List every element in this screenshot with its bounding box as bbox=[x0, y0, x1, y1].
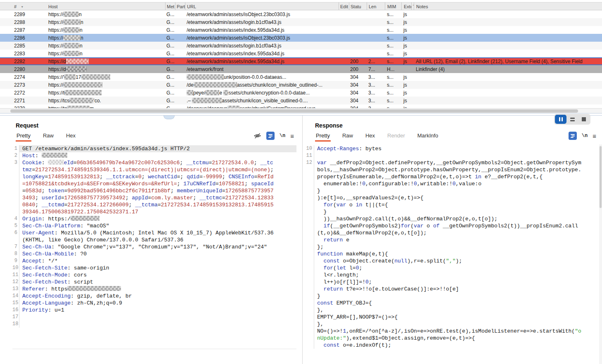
line-number bbox=[304, 321, 314, 328]
layout-rows-button[interactable] bbox=[566, 115, 578, 124]
code-line: 4Origin: https:/ bbox=[12, 215, 296, 222]
table-row-2288[interactable]: 2288https://nG.../eteamwork/admin/assets… bbox=[0, 18, 602, 26]
cell-id: 2289 bbox=[0, 10, 45, 18]
cell-id: 2288 bbox=[0, 18, 45, 26]
line-number: 5 bbox=[12, 222, 19, 229]
response-tab-pretty[interactable]: Pretty bbox=[315, 130, 331, 142]
request-editor[interactable]: 1GET /eteamwork/admin/assets/index.595da… bbox=[12, 145, 296, 349]
cell-len: 3... bbox=[367, 97, 385, 104]
col-header-host[interactable]: Host bbox=[45, 2, 165, 10]
line-content: } bbox=[314, 293, 599, 300]
table-row-2285[interactable]: 2285https://nG.../eteamwork/admin/assets… bbox=[0, 42, 602, 50]
code-line: 9Accept: */* bbox=[12, 258, 296, 265]
table-row-2283[interactable]: 2283https://nG.../eteamwork/admin/assets… bbox=[0, 50, 602, 57]
table-row-2287[interactable]: 2287https://nG.../eteamwork/admin/assets… bbox=[0, 26, 602, 34]
response-tab-hex[interactable]: Hex bbox=[365, 130, 376, 142]
response-tab-render[interactable]: Render bbox=[386, 130, 406, 142]
col-header-part[interactable]: Part bbox=[175, 2, 185, 10]
response-tab-markinfo[interactable]: MarkInfo bbox=[417, 130, 439, 142]
pretty-print-icon[interactable] bbox=[266, 132, 275, 140]
response-editor[interactable]: 10Accept-Ranges: bytes11 12var __defProp… bbox=[304, 145, 599, 362]
table-row-2272[interactable]: 2272https://tG...peye/e ssets/chunk/encr… bbox=[0, 89, 602, 97]
line-number bbox=[304, 201, 314, 208]
cell-edit bbox=[339, 97, 349, 104]
response-scrollbar-thumb[interactable] bbox=[600, 146, 602, 208]
code-line: if(__getOwnPropSymbols2)for(var o of __g… bbox=[304, 222, 599, 236]
response-toolbar: \n ≡ bbox=[569, 132, 596, 140]
col-header-id[interactable]: #▼ bbox=[0, 2, 45, 10]
layout-single-button[interactable] bbox=[578, 115, 590, 124]
line-content: l<r.length; bbox=[314, 272, 599, 279]
cell-edit bbox=[339, 58, 349, 64]
scrollbar-thumb[interactable] bbox=[10, 109, 578, 113]
col-header-notes[interactable]: Notes bbox=[414, 2, 602, 10]
table-row-2271[interactable]: 2271https://tcs'co.G....– assets/chunk/i… bbox=[0, 97, 602, 104]
cell-status bbox=[349, 26, 367, 34]
line-wrap-icon[interactable]: \n bbox=[280, 133, 285, 139]
cell-id: 2286 bbox=[0, 34, 45, 42]
code-line: } bbox=[304, 208, 599, 215]
cell-met: G... bbox=[165, 34, 175, 42]
request-tab-hex[interactable]: Hex bbox=[65, 130, 76, 142]
line-wrap-icon[interactable]: \n bbox=[582, 133, 588, 139]
col-header-mime[interactable]: MIM bbox=[385, 2, 401, 10]
line-number bbox=[304, 194, 314, 201]
line-content: }, bbox=[314, 307, 599, 314]
cell-notes bbox=[414, 34, 602, 42]
cell-host: https://'17 bbox=[45, 73, 165, 81]
request-tabs: PrettyRawHex bbox=[16, 130, 87, 142]
cell-notes bbox=[414, 42, 602, 50]
line-content: function makeMap(e,t){ bbox=[314, 251, 599, 258]
code-line: 8Sec-Ch-Ua-Mobile: ?0 bbox=[12, 251, 296, 258]
line-content: Referer: https bbox=[19, 286, 296, 293]
line-content: return e bbox=[314, 236, 599, 243]
cell-len bbox=[367, 42, 385, 50]
col-header-met[interactable]: Met bbox=[165, 2, 175, 10]
cell-mime: s... bbox=[385, 58, 401, 64]
code-line: 10Accept-Ranges: bytes bbox=[304, 145, 599, 152]
col-header-status[interactable]: Statu bbox=[349, 2, 367, 10]
line-number: 4 bbox=[12, 215, 19, 222]
request-tab-raw[interactable]: Raw bbox=[42, 130, 55, 142]
cell-notes: Linkfinder (4) bbox=[414, 65, 602, 73]
cell-len: 3... bbox=[367, 73, 385, 81]
pretty-print-icon[interactable] bbox=[569, 132, 577, 140]
table-row-2282[interactable]: 2282https://dG.../eteamwork/admin/assets… bbox=[0, 57, 602, 65]
code-line: 1GET /eteamwork/admin/assets/index.595da… bbox=[12, 145, 296, 152]
cell-ext: js bbox=[401, 26, 411, 34]
col-header-edit[interactable]: Edit bbox=[339, 2, 349, 10]
cell-url: /eteamwork/admin/assets/index.595da34d.j… bbox=[185, 58, 339, 64]
col-header-len[interactable]: Len bbox=[367, 2, 385, 10]
cell-url: /eteamwork/front bbox=[185, 65, 339, 73]
eye-off-icon[interactable] bbox=[254, 132, 261, 139]
table-row-2274[interactable]: 2274https://'17G...unk/position-0.0.0-da… bbox=[0, 73, 602, 81]
line-content: ))__hasOwnProp2.call(t,o)&&__defNormalPr… bbox=[314, 215, 599, 222]
table-row-2286[interactable]: 2286https://nG.../eteamwork/admin/assets… bbox=[0, 34, 602, 42]
cell-met: G... bbox=[165, 58, 175, 64]
cell-url: unk/position-0.0.0-dataeas... bbox=[185, 73, 339, 81]
table-row-2270[interactable]: 2270https://tcmG.../deepeye/deepeyessets… bbox=[0, 104, 602, 108]
request-tab-pretty[interactable]: Pretty bbox=[16, 130, 31, 142]
table-horizontal-scrollbar[interactable] bbox=[0, 108, 602, 113]
editor-menu-icon[interactable]: ≡ bbox=[290, 133, 294, 139]
layout-columns-button[interactable] bbox=[555, 115, 566, 124]
code-line: 11 bbox=[304, 152, 599, 159]
request-panel: Request PrettyRawHex bbox=[0, 116, 300, 364]
table-row-2280[interactable]: 2280https://dG.../eteamwork/front2007...… bbox=[0, 65, 602, 73]
line-content: User-Agent: Mozilla/5.0 (Macintosh; Inte… bbox=[19, 229, 296, 243]
col-header-url[interactable]: URL bbox=[185, 2, 339, 10]
table-row-2289[interactable]: 2289https://nG.../eteamwork/admin/assets… bbox=[0, 10, 602, 18]
editor-menu-icon[interactable]: ≡ bbox=[593, 133, 596, 139]
line-content: if(__getOwnPropSymbols2)for(var o of __g… bbox=[314, 222, 599, 236]
code-line: 18 bbox=[12, 321, 296, 328]
response-tab-raw[interactable]: Raw bbox=[341, 130, 354, 142]
redacted-blur bbox=[63, 35, 81, 40]
response-vertical-scrollbar[interactable] bbox=[599, 144, 602, 364]
table-row-2273[interactable]: 2273https://G.../deassets/chunk/icon_inv… bbox=[0, 81, 602, 89]
line-number bbox=[304, 328, 314, 342]
col-header-ext[interactable]: Exte bbox=[401, 2, 411, 10]
redacted-blur bbox=[71, 216, 100, 221]
line-content: Sec-Fetch-Dest: script bbox=[19, 279, 296, 286]
cell-len bbox=[367, 18, 385, 26]
response-code: 10Accept-Ranges: bytes11 12var __defProp… bbox=[304, 145, 599, 349]
